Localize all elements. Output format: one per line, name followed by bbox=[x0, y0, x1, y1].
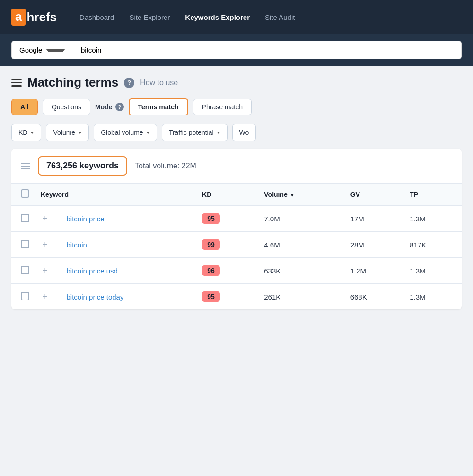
kd-badge: 96 bbox=[202, 265, 220, 276]
header-row: Matching terms ? How to use bbox=[11, 75, 462, 90]
phrase-match-button[interactable]: Phrase match bbox=[193, 99, 252, 115]
hamburger-line bbox=[11, 82, 22, 83]
keyword-link[interactable]: bitcoin price usd bbox=[67, 267, 118, 275]
drag-icon[interactable] bbox=[21, 163, 30, 169]
questions-filter-button[interactable]: Questions bbox=[43, 99, 90, 115]
mode-text: Mode bbox=[95, 103, 113, 111]
row-add-cell: + bbox=[37, 284, 59, 310]
add-keyword-icon[interactable]: + bbox=[43, 214, 48, 223]
chevron-down-icon bbox=[78, 132, 82, 134]
header-keyword: Keyword bbox=[37, 184, 194, 205]
row-gv-cell: 1.2M bbox=[343, 258, 403, 284]
how-to-use-link[interactable]: How to use bbox=[140, 79, 178, 87]
row-checkbox[interactable] bbox=[21, 266, 29, 274]
logo-icon: a bbox=[11, 9, 26, 25]
row-kd-cell: 99 bbox=[194, 232, 256, 258]
row-volume-cell: 7.0M bbox=[256, 205, 342, 232]
row-tp-cell: 817K bbox=[402, 232, 462, 258]
terms-match-button[interactable]: Terms match bbox=[129, 98, 188, 115]
row-add-cell: + bbox=[37, 258, 59, 284]
row-checkbox[interactable] bbox=[21, 240, 29, 248]
chevron-down-icon bbox=[146, 132, 150, 134]
global-volume-filter-dropdown[interactable]: Global volume bbox=[94, 124, 157, 141]
row-kd-cell: 95 bbox=[194, 205, 256, 232]
wo-label: Wo bbox=[239, 129, 249, 136]
engine-label: Google bbox=[19, 46, 42, 54]
search-input[interactable] bbox=[73, 41, 462, 59]
chevron-down-icon bbox=[46, 49, 65, 52]
row-checkbox-cell bbox=[11, 258, 37, 284]
drag-line bbox=[21, 166, 30, 167]
sort-arrow-icon: ▼ bbox=[289, 192, 295, 198]
nav-links: Dashboard Site Explorer Keywords Explore… bbox=[79, 13, 295, 21]
add-keyword-icon[interactable]: + bbox=[43, 292, 48, 301]
mode-label: Mode ? bbox=[95, 103, 124, 111]
hamburger-line bbox=[11, 85, 22, 87]
row-gv-cell: 28M bbox=[343, 232, 403, 258]
row-add-cell: + bbox=[37, 205, 59, 232]
row-gv-cell: 17M bbox=[343, 205, 403, 232]
hamburger-line bbox=[11, 79, 22, 80]
row-checkbox-cell bbox=[11, 284, 37, 310]
row-kd-cell: 96 bbox=[194, 258, 256, 284]
top-navigation: a hrefs Dashboard Site Explorer Keywords… bbox=[0, 0, 473, 34]
kd-badge: 95 bbox=[202, 213, 220, 224]
kd-filter-dropdown[interactable]: KD bbox=[11, 124, 41, 141]
total-volume: Total volume: 22M bbox=[135, 162, 196, 170]
kd-badge: 95 bbox=[202, 291, 220, 302]
table-row: + bitcoin price usd 96 633K 1.2M 1.3M bbox=[11, 258, 462, 284]
row-checkbox[interactable] bbox=[21, 214, 29, 222]
volume-sort-label: Volume bbox=[264, 191, 288, 198]
wo-filter-dropdown[interactable]: Wo bbox=[232, 124, 256, 141]
all-filter-button[interactable]: All bbox=[11, 99, 38, 115]
results-panel: 763,256 keywords Total volume: 22M Keywo… bbox=[11, 149, 462, 309]
add-keyword-icon[interactable]: + bbox=[43, 240, 48, 249]
row-gv-cell: 668K bbox=[343, 284, 403, 310]
select-all-checkbox[interactable] bbox=[21, 189, 29, 198]
nav-dashboard[interactable]: Dashboard bbox=[79, 13, 114, 21]
chevron-down-icon bbox=[217, 132, 220, 134]
add-keyword-icon[interactable]: + bbox=[43, 266, 48, 275]
table-row: + bitcoin price 95 7.0M 17M 1.3M bbox=[11, 205, 462, 232]
filters-row: All Questions Mode ? Terms match Phrase … bbox=[11, 98, 462, 115]
volume-filter-dropdown[interactable]: Volume bbox=[46, 124, 89, 141]
nav-site-explorer[interactable]: Site Explorer bbox=[129, 13, 170, 21]
keyword-link[interactable]: bitcoin bbox=[67, 241, 87, 249]
row-checkbox-cell bbox=[11, 205, 37, 232]
keywords-table: Keyword KD Volume ▼ GV TP + bbox=[11, 184, 462, 309]
nav-keywords-explorer[interactable]: Keywords Explorer bbox=[185, 13, 250, 21]
keyword-link[interactable]: bitcoin price today bbox=[67, 293, 124, 301]
traffic-potential-label: Traffic potential bbox=[169, 129, 214, 136]
row-kd-cell: 95 bbox=[194, 284, 256, 310]
menu-icon[interactable] bbox=[11, 79, 22, 87]
keyword-link[interactable]: bitcoin price bbox=[67, 215, 105, 223]
kd-badge: 99 bbox=[202, 239, 220, 250]
traffic-potential-filter-dropdown[interactable]: Traffic potential bbox=[162, 124, 228, 141]
row-checkbox[interactable] bbox=[21, 292, 29, 300]
mode-help-icon[interactable]: ? bbox=[115, 103, 124, 111]
row-keyword-cell: bitcoin price usd bbox=[59, 258, 195, 284]
header-volume[interactable]: Volume ▼ bbox=[256, 184, 342, 205]
help-icon[interactable]: ? bbox=[124, 78, 134, 88]
table-row: + bitcoin 99 4.6M 28M 817K bbox=[11, 232, 462, 258]
table-row: + bitcoin price today 95 261K 668K 1.3M bbox=[11, 284, 462, 310]
row-tp-cell: 1.3M bbox=[402, 258, 462, 284]
header-gv: GV bbox=[343, 184, 403, 205]
row-tp-cell: 1.3M bbox=[402, 284, 462, 310]
engine-selector[interactable]: Google bbox=[11, 41, 73, 59]
global-volume-label: Global volume bbox=[101, 129, 143, 136]
kd-label: KD bbox=[18, 129, 27, 136]
nav-site-audit[interactable]: Site Audit bbox=[265, 13, 295, 21]
dropdown-filters: KD Volume Global volume Traffic potentia… bbox=[11, 124, 462, 141]
main-content: Matching terms ? How to use All Question… bbox=[0, 66, 473, 319]
logo[interactable]: a hrefs bbox=[11, 9, 57, 25]
table-header-row: Keyword KD Volume ▼ GV TP bbox=[11, 184, 462, 205]
row-checkbox-cell bbox=[11, 232, 37, 258]
drag-line bbox=[21, 168, 30, 169]
row-volume-cell: 4.6M bbox=[256, 232, 342, 258]
row-volume-cell: 261K bbox=[256, 284, 342, 310]
header-checkbox-col bbox=[11, 184, 37, 205]
row-keyword-cell: bitcoin price today bbox=[59, 284, 195, 310]
results-header: 763,256 keywords Total volume: 22M bbox=[11, 149, 462, 184]
row-keyword-cell: bitcoin price bbox=[59, 205, 195, 232]
